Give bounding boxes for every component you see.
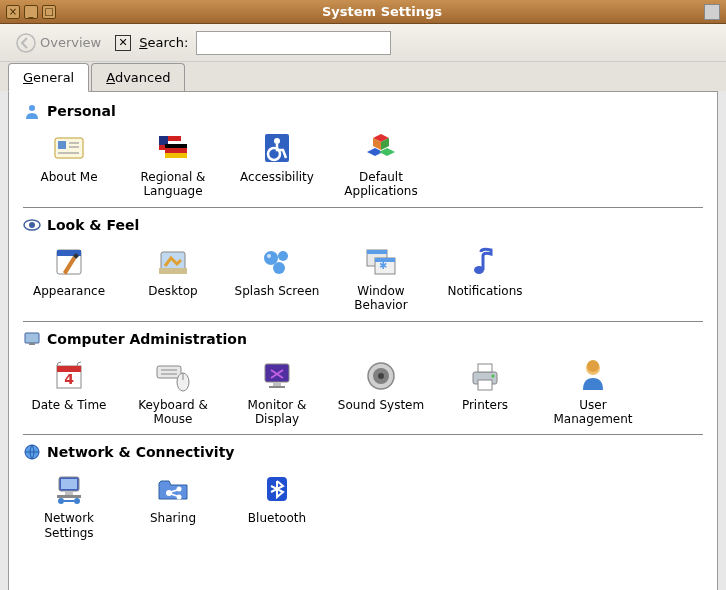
computer-icon <box>23 330 41 348</box>
item-about-me[interactable]: About Me <box>23 126 115 201</box>
item-label: Notifications <box>447 284 522 298</box>
section-personal: Personal About Me Regional & Language Ac… <box>23 102 703 201</box>
item-appearance[interactable]: Appearance <box>23 240 115 315</box>
svg-rect-50 <box>478 364 492 372</box>
tabbar: General Advanced <box>0 62 726 91</box>
flags-icon <box>153 128 193 168</box>
item-label: Appearance <box>33 284 105 298</box>
svg-rect-59 <box>57 495 81 498</box>
divider <box>23 321 703 322</box>
item-label: Splash Screen <box>235 284 320 298</box>
monitor-icon <box>257 356 297 396</box>
item-bluetooth[interactable]: Bluetooth <box>231 467 323 542</box>
printer-icon <box>465 356 505 396</box>
svg-point-61 <box>74 498 80 504</box>
svg-point-65 <box>177 495 182 500</box>
maximize-window-button[interactable]: □ <box>42 5 56 19</box>
titlebar: × _ □ System Settings <box>0 0 726 24</box>
item-label: Desktop <box>148 284 198 298</box>
item-label: Network Settings <box>25 511 113 540</box>
section-look-feel: Look & Feel Appearance Desktop Splash Sc… <box>23 216 703 315</box>
item-window-behavior[interactable]: ✱ Window Behavior <box>335 240 427 315</box>
svg-rect-44 <box>273 382 281 386</box>
item-label: About Me <box>40 170 97 184</box>
svg-text:4: 4 <box>64 371 74 387</box>
tab-advanced[interactable]: Advanced <box>91 63 185 92</box>
content-panel: Personal About Me Regional & Language Ac… <box>8 91 718 590</box>
section-title-personal: Personal <box>47 103 116 119</box>
svg-point-25 <box>273 262 285 274</box>
close-window-button[interactable]: × <box>6 5 20 19</box>
globe-icon <box>23 443 41 461</box>
svg-rect-45 <box>269 386 285 388</box>
section-title-network: Network & Connectivity <box>47 444 234 460</box>
svg-point-32 <box>474 266 484 274</box>
svg-rect-34 <box>29 343 35 345</box>
svg-rect-3 <box>58 141 66 149</box>
keyboard-mouse-icon <box>153 356 193 396</box>
item-network-settings[interactable]: Network Settings <box>23 467 115 542</box>
bluetooth-icon <box>257 469 297 509</box>
item-keyboard-mouse[interactable]: Keyboard & Mouse <box>127 354 219 429</box>
window-title: System Settings <box>60 4 704 19</box>
calendar-icon: 4 <box>49 356 89 396</box>
item-user-management[interactable]: User Management <box>543 354 643 429</box>
item-monitor-display[interactable]: Monitor & Display <box>231 354 323 429</box>
search-input[interactable] <box>196 31 391 55</box>
svg-point-60 <box>58 498 64 504</box>
svg-point-0 <box>17 34 35 52</box>
svg-text:✱: ✱ <box>379 260 387 271</box>
svg-rect-22 <box>159 268 187 274</box>
svg-point-52 <box>492 374 495 377</box>
item-splash-screen[interactable]: Splash Screen <box>231 240 323 315</box>
minimize-window-button[interactable]: _ <box>24 5 38 19</box>
svg-point-48 <box>378 373 384 379</box>
overview-label: Overview <box>40 35 101 50</box>
desktop-icon <box>153 242 193 282</box>
svg-rect-51 <box>478 380 492 390</box>
svg-point-26 <box>267 254 271 258</box>
svg-rect-12 <box>165 148 187 153</box>
svg-point-63 <box>166 490 172 496</box>
svg-point-24 <box>278 251 288 261</box>
item-sharing[interactable]: Sharing <box>127 467 219 542</box>
item-regional-language[interactable]: Regional & Language <box>127 126 219 201</box>
item-label: Monitor & Display <box>233 398 321 427</box>
section-title-computer-admin: Computer Administration <box>47 331 247 347</box>
item-default-applications[interactable]: Default Applications <box>335 126 427 201</box>
svg-point-64 <box>177 487 182 492</box>
svg-point-54 <box>587 360 599 372</box>
item-notifications[interactable]: Notifications <box>439 240 531 315</box>
search-label: Search: <box>139 35 188 50</box>
item-label: User Management <box>545 398 641 427</box>
item-printers[interactable]: Printers <box>439 354 531 429</box>
svg-rect-38 <box>157 366 181 378</box>
person-icon <box>23 102 41 120</box>
item-label: Window Behavior <box>337 284 425 313</box>
paint-icon <box>49 242 89 282</box>
wheelchair-icon <box>257 128 297 168</box>
item-label: Keyboard & Mouse <box>129 398 217 427</box>
item-accessibility[interactable]: Accessibility <box>231 126 323 201</box>
speaker-icon <box>361 356 401 396</box>
item-desktop[interactable]: Desktop <box>127 240 219 315</box>
item-label: Sound System <box>338 398 424 412</box>
divider <box>23 434 703 435</box>
user-icon <box>573 356 613 396</box>
item-label: Date & Time <box>31 398 106 412</box>
folder-share-icon <box>153 469 193 509</box>
cubes-icon <box>361 128 401 168</box>
svg-rect-57 <box>61 479 77 489</box>
item-label: Sharing <box>150 511 196 525</box>
item-sound-system[interactable]: Sound System <box>335 354 427 429</box>
back-arrow-icon <box>16 33 36 53</box>
tab-general[interactable]: General <box>8 63 89 92</box>
section-computer-admin: Computer Administration 4 Date & Time Ke… <box>23 330 703 429</box>
id-card-icon <box>49 128 89 168</box>
svg-rect-10 <box>159 136 168 145</box>
clear-search-button[interactable]: ✕ <box>115 35 131 51</box>
network-computer-icon <box>49 469 89 509</box>
overview-button[interactable]: Overview <box>10 31 107 55</box>
item-label: Default Applications <box>337 170 425 199</box>
item-date-time[interactable]: 4 Date & Time <box>23 354 115 429</box>
